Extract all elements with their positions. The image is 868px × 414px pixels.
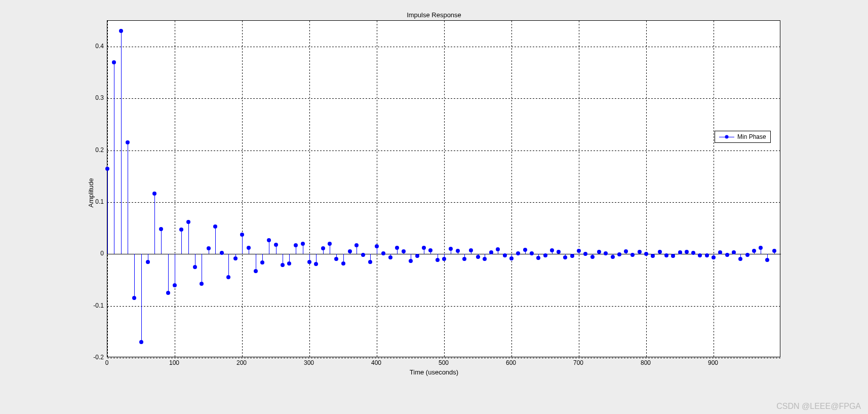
y-tick-label: 0.2 [87,146,104,154]
stem-marker [388,255,392,259]
stem-marker [173,283,177,287]
stem-marker [496,247,500,251]
x-tick-label: 0 [105,359,109,366]
watermark-text: CSDN @LEEE@FPGA [776,402,861,411]
stem-marker [503,253,507,257]
stem-line [188,222,189,254]
stem-marker [630,253,635,257]
x-tick-label: 700 [573,359,583,366]
stem-marker [738,257,742,261]
grid-line-vertical [309,21,310,358]
stem-line [134,254,135,298]
stem-marker [294,243,298,247]
stem-marker [530,251,534,255]
stem-marker [752,249,756,253]
stem-marker [240,233,244,237]
legend[interactable]: Min Phase [715,131,771,143]
stem-marker [126,140,130,144]
stem-marker [705,253,709,257]
stem-marker [402,249,406,253]
stem-marker [543,253,547,257]
stem-marker [469,248,473,252]
y-tick-label: -0.2 [87,354,104,361]
stem-marker [658,250,662,254]
stem-line [269,240,269,254]
stem-marker [260,260,264,265]
grid-line-horizontal [107,150,781,151]
stem-marker [678,250,682,254]
stem-marker [698,253,702,257]
stem-marker [395,246,399,250]
stem-marker [354,243,359,247]
stem-marker [348,249,352,253]
stem-marker [119,29,123,33]
stem-marker [361,253,365,257]
x-tick-label: 800 [641,359,651,366]
stem-marker [152,192,156,196]
figure-window: Impulse Response Amplitude Time (usecond… [0,0,868,414]
legend-marker-icon [725,135,729,139]
stem-marker [139,340,143,344]
grid-line-vertical [714,21,714,358]
stem-line [202,254,202,283]
stem-marker [220,251,224,255]
stem-marker [577,249,581,253]
stem-line [228,254,229,277]
stem-line [121,31,122,254]
grid-line-horizontal [107,306,781,307]
stem-marker [536,256,540,260]
stem-marker [691,251,695,255]
stem-marker [166,291,170,295]
stem-marker [368,260,372,264]
stem-marker [617,252,621,256]
legend-label: Min Phase [737,133,766,140]
stem-line [168,254,169,293]
stem-marker [483,257,487,261]
stem-marker [409,259,413,263]
y-tick-label: 0 [87,250,104,257]
chart-title: Impulse Response [0,11,868,19]
stem-marker [644,252,648,256]
stem-marker [314,262,318,266]
stem-line [175,254,175,285]
stem-line [256,254,256,271]
grid-line-horizontal [107,98,781,99]
stem-marker [759,246,763,250]
stem-marker [732,250,736,254]
stem-marker [193,265,197,269]
stem-marker [462,257,466,261]
legend-line-icon [719,137,734,137]
stem-marker [186,220,190,224]
stem-marker [725,253,729,257]
x-tick-label: 600 [506,359,516,366]
stem-marker [597,250,601,254]
grid-line-vertical [646,21,647,358]
stem-marker [442,257,446,261]
stem-marker [590,255,595,259]
stem-marker [415,254,419,258]
stem-marker [105,167,109,171]
stem-marker [200,282,204,286]
stem-marker [651,254,655,258]
stem-marker [146,260,150,264]
y-tick-label: 0.4 [87,43,104,50]
stem-marker [583,252,587,256]
x-tick-label: 400 [371,359,381,366]
stem-marker [509,256,514,260]
stem-marker [301,242,305,246]
grid-line-horizontal [107,358,781,358]
stem-line [128,142,128,254]
stem-line [215,227,216,254]
grid-line-vertical [511,21,512,358]
stem-marker [422,246,426,250]
stem-marker [281,263,285,267]
grid-line-horizontal [107,202,781,203]
stem-marker [718,250,722,254]
stem-marker [207,246,211,250]
stem-marker [765,258,769,262]
stem-marker [287,261,291,266]
stem-marker [328,242,332,246]
stem-line [242,235,243,254]
x-tick-label: 200 [236,359,247,366]
stem-marker [550,248,554,252]
